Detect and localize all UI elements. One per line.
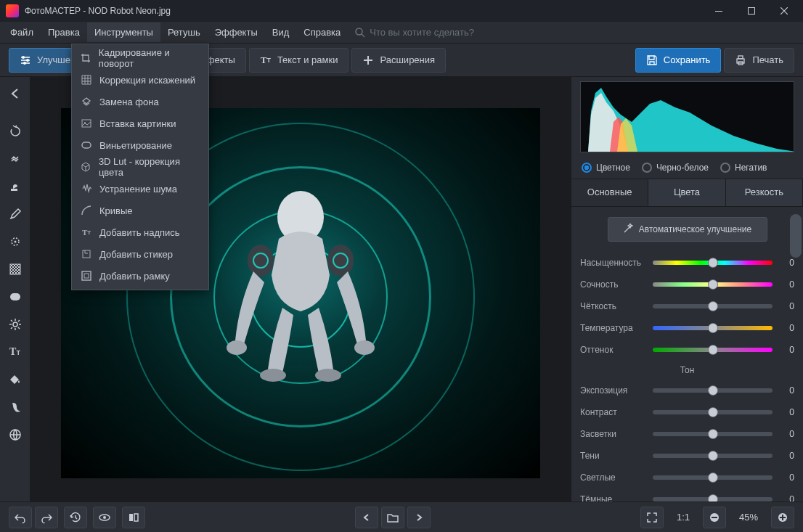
menu-file[interactable]: Файл xyxy=(3,22,41,42)
tab-extensions[interactable]: Расширения xyxy=(351,48,446,73)
fill-tool[interactable] xyxy=(3,367,28,392)
auto-enhance-button[interactable]: Автоматическое улучшение xyxy=(608,217,767,242)
search-icon xyxy=(355,28,365,38)
maximize-button[interactable] xyxy=(735,0,767,22)
menu-help[interactable]: Справка xyxy=(296,22,348,42)
curves-icon xyxy=(81,205,92,216)
subtab-basic[interactable]: Основные xyxy=(571,179,648,206)
dd-noise[interactable]: Устранение шума xyxy=(72,178,208,200)
slider-saturation-track[interactable] xyxy=(653,261,773,265)
redo-button[interactable] xyxy=(35,507,58,528)
heal-tool[interactable] xyxy=(3,147,28,171)
slider-thumb[interactable] xyxy=(708,472,718,483)
preview-button[interactable] xyxy=(93,507,116,528)
fullscreen-button[interactable] xyxy=(640,507,664,528)
next-image-button[interactable] xyxy=(407,507,431,528)
gradient-tool[interactable] xyxy=(3,257,28,282)
radio-color[interactable] xyxy=(582,163,592,173)
exposure-tool[interactable] xyxy=(3,312,28,337)
menu-tools[interactable]: Инструменты xyxy=(87,22,160,42)
brush-tool[interactable] xyxy=(3,202,28,226)
dd-crop[interactable]: Кадрирование и поворот xyxy=(72,47,208,69)
svg-point-4 xyxy=(26,59,29,62)
radio-neg[interactable] xyxy=(720,163,730,173)
save-button[interactable]: Сохранить xyxy=(635,48,722,73)
svg-point-3 xyxy=(22,56,25,59)
dd-insert[interactable]: Вставка картинки xyxy=(72,112,208,134)
dd-sticker[interactable]: Добавить стикер xyxy=(72,243,208,265)
close-button[interactable] xyxy=(767,0,800,22)
slider-blacks-track[interactable] xyxy=(653,497,773,502)
slider-thumb[interactable] xyxy=(708,345,718,355)
undo-button[interactable] xyxy=(9,507,32,528)
grid-icon xyxy=(81,74,92,86)
dd-curves[interactable]: Кривые xyxy=(72,200,208,221)
crop-icon xyxy=(81,52,91,64)
stamp-tool[interactable] xyxy=(3,174,28,199)
svg-point-2 xyxy=(356,28,362,35)
zoom-out-button[interactable] xyxy=(703,507,726,528)
replace-bg-tool[interactable] xyxy=(3,395,28,420)
back-tool[interactable] xyxy=(3,81,28,106)
globe-tool[interactable] xyxy=(3,422,28,447)
radial-tool[interactable] xyxy=(3,229,28,254)
vignette-tool[interactable] xyxy=(3,285,28,309)
slider-thumb[interactable] xyxy=(708,407,718,417)
slider-thumb[interactable] xyxy=(708,279,718,290)
rotate-tool[interactable] xyxy=(3,119,28,144)
slider-highlights-track[interactable] xyxy=(653,432,773,436)
plus-icon xyxy=(362,54,374,66)
svg-point-28 xyxy=(103,516,106,519)
print-button[interactable]: Печать xyxy=(724,48,794,73)
fit-label[interactable]: 1:1 xyxy=(669,512,697,523)
menu-effects[interactable]: Эффекты xyxy=(208,22,265,42)
menu-retouch[interactable]: Ретушь xyxy=(160,22,208,42)
slider-thumb[interactable] xyxy=(708,323,718,333)
slider-tint-track[interactable] xyxy=(653,348,773,352)
menu-view[interactable]: Вид xyxy=(265,22,297,42)
subtab-sharp[interactable]: Резкость xyxy=(726,179,803,206)
slider-exposure-track[interactable] xyxy=(653,388,773,393)
dd-vignette[interactable]: Виньетирование xyxy=(72,134,208,156)
slider-thumb[interactable] xyxy=(708,494,718,502)
dd-bg[interactable]: Замена фона xyxy=(72,91,208,112)
zoom-in-button[interactable] xyxy=(771,507,794,528)
open-folder-button[interactable] xyxy=(381,507,404,528)
history-button[interactable] xyxy=(64,507,87,528)
dd-distortion[interactable]: Коррекция искажений xyxy=(72,69,208,91)
svg-rect-7 xyxy=(738,56,743,59)
dd-text[interactable]: TTДобавить надпись xyxy=(72,221,208,243)
slider-thumb[interactable] xyxy=(708,451,718,461)
histogram[interactable] xyxy=(580,81,794,152)
minimize-button[interactable] xyxy=(702,0,735,22)
slider-thumb[interactable] xyxy=(708,429,718,439)
slider-contrast: Контраст 0 xyxy=(580,401,794,423)
svg-point-23 xyxy=(260,369,286,382)
slider-thumb[interactable] xyxy=(708,301,718,311)
menu-search[interactable]: Что вы хотите сделать? xyxy=(355,27,474,38)
compare-button[interactable] xyxy=(122,507,145,528)
slider-saturation: Насыщенность 0 xyxy=(580,252,794,274)
dd-lut[interactable]: 3D Lut - коррекция цвета xyxy=(72,156,208,178)
slider-whites-track[interactable] xyxy=(653,475,773,480)
prev-image-button[interactable] xyxy=(355,507,378,528)
scrollbar-thumb[interactable] xyxy=(790,214,802,258)
slider-vibrance-track[interactable] xyxy=(653,282,773,287)
text-tool[interactable]: TT xyxy=(3,340,28,364)
slider-temp-track[interactable] xyxy=(653,326,773,330)
menu-edit[interactable]: Правка xyxy=(41,22,87,42)
tab-text[interactable]: TT Текст и рамки xyxy=(249,48,349,73)
slider-contrast-track[interactable] xyxy=(653,410,773,414)
print-icon xyxy=(735,54,746,66)
subtab-colors[interactable]: Цвета xyxy=(648,179,725,206)
slider-thumb[interactable] xyxy=(708,258,718,268)
svg-point-16 xyxy=(13,322,17,327)
dd-frame[interactable]: Добавить рамку xyxy=(72,265,208,287)
svg-rect-35 xyxy=(782,515,783,520)
image-icon xyxy=(81,118,92,129)
slider-clarity-track[interactable] xyxy=(653,304,773,308)
slider-shadows-track[interactable] xyxy=(653,454,773,458)
slider-thumb[interactable] xyxy=(708,385,718,396)
radio-bw[interactable] xyxy=(642,163,652,173)
vignette-icon xyxy=(81,139,92,151)
